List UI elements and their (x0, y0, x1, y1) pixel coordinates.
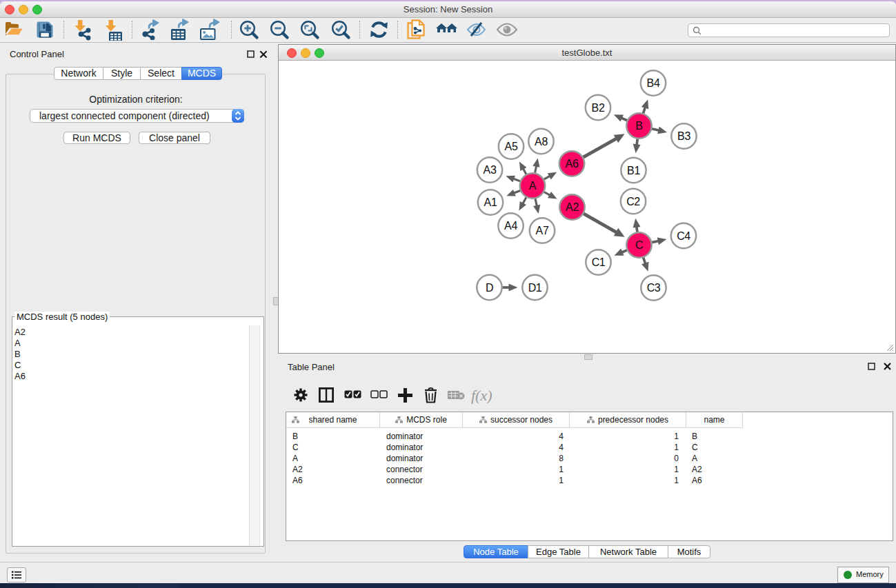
svg-text:C1: C1 (592, 256, 606, 268)
svg-text:A3: A3 (484, 164, 497, 176)
svg-text:D1: D1 (528, 282, 542, 294)
svg-text:B: B (635, 120, 642, 132)
svg-text:D: D (486, 282, 493, 294)
svg-text:C4: C4 (677, 230, 690, 242)
svg-text:B2: B2 (592, 102, 605, 114)
svg-text:A6: A6 (566, 158, 579, 170)
svg-text:A1: A1 (484, 196, 497, 208)
svg-text:B3: B3 (677, 130, 690, 142)
svg-text:A2: A2 (566, 201, 579, 213)
svg-text:B1: B1 (627, 165, 640, 176)
svg-text:A7: A7 (536, 225, 549, 236)
svg-text:C3: C3 (647, 282, 661, 294)
svg-text:B4: B4 (647, 77, 660, 89)
svg-text:A4: A4 (504, 220, 517, 232)
svg-text:A8: A8 (535, 136, 548, 148)
svg-text:C: C (635, 239, 643, 251)
svg-text:A: A (529, 180, 537, 192)
svg-text:A5: A5 (505, 141, 518, 152)
svg-text:C2: C2 (626, 196, 640, 207)
